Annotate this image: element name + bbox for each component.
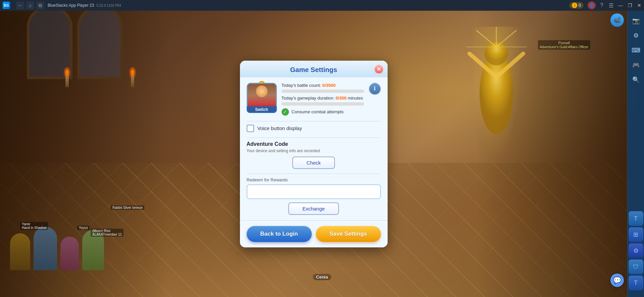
sidebar-gamepad[interactable]: 🎮 xyxy=(629,58,643,72)
sidebar-panel-4[interactable]: 🛡 xyxy=(629,259,643,274)
gameplay-duration-value: 0/300 xyxy=(336,96,347,101)
app-title: BlueStacks App Player 23 5.22.0.1102 P64 xyxy=(48,3,569,8)
sidebar-search[interactable]: 🔍 xyxy=(629,73,643,86)
app-logo: BS xyxy=(3,2,10,9)
consume-row: ✓ Consume combat attempts xyxy=(282,108,364,116)
consume-label: Consume combat attempts xyxy=(292,109,344,114)
battle-count-stat: Today's battle count: 0/3500 xyxy=(282,83,364,88)
right-sidebar: 📷 ⚙ ⌨ 🎮 🔍 T ⊞ ⚙ 🛡 T xyxy=(627,11,644,297)
redeem-input[interactable] xyxy=(247,184,381,199)
history-button[interactable]: ⧉ xyxy=(36,1,44,9)
restore-button[interactable]: ❐ xyxy=(625,2,635,9)
sidebar-panel-3[interactable]: ⚙ xyxy=(629,243,643,258)
sidebar-panel-5[interactable]: T xyxy=(629,276,643,290)
save-settings-button[interactable]: Save Settings xyxy=(316,226,381,242)
battle-count-value: 0/3500 xyxy=(322,83,336,88)
close-modal-button[interactable]: ✕ xyxy=(374,65,384,74)
divider-3 xyxy=(247,174,381,174)
info-button[interactable]: i xyxy=(369,83,381,95)
menu-button[interactable]: ☰ xyxy=(607,1,615,9)
back-button[interactable]: ← xyxy=(16,1,24,9)
titlebar-navigation: ← ⌂ ⧉ xyxy=(16,1,44,9)
modal-overlay: Game Settings ✕ 😊 Switch Today's battle … xyxy=(0,11,627,297)
avatar-container: 😊 Switch xyxy=(247,83,277,113)
battle-count-progress xyxy=(282,90,364,93)
home-button[interactable]: ⌂ xyxy=(26,1,34,9)
help-button[interactable]: ? xyxy=(598,1,606,9)
minimize-button[interactable]: — xyxy=(616,2,625,9)
modal-body: 😊 Switch Today's battle count: 0/3500 xyxy=(240,77,388,220)
adventure-code-desc: Your device and setting info are recorde… xyxy=(247,148,381,153)
profile-icon[interactable]: 👤 xyxy=(588,1,596,9)
gameplay-duration-progress xyxy=(282,102,364,106)
sidebar-settings[interactable]: ⚙ xyxy=(629,29,643,42)
sidebar-panel-2[interactable]: ⊞ xyxy=(629,227,643,242)
divider-1 xyxy=(247,121,381,121)
voice-label: Voice button display xyxy=(257,125,302,131)
avatar-label: Switch xyxy=(247,106,277,113)
gameplay-duration-stat: Today's gameplay duration: 0/300 minutes xyxy=(282,96,364,101)
battle-info: Today's battle count: 0/3500 Today's gam… xyxy=(282,83,364,116)
adventure-code-title: Adventure Code xyxy=(247,141,381,147)
modal-title: Game Settings xyxy=(247,66,381,74)
redeem-label: Redeem for Rewards xyxy=(247,177,381,182)
voice-section: Voice button display xyxy=(247,125,381,132)
coin-icon: $ xyxy=(572,3,577,8)
profile-section: 😊 Switch Today's battle count: 0/3500 xyxy=(247,83,381,116)
app-version: 5.22.0.1102 P64 xyxy=(96,4,121,7)
game-settings-modal: Game Settings ✕ 😊 Switch Today's battle … xyxy=(240,61,388,247)
check-button[interactable]: Check xyxy=(292,157,335,169)
exchange-button[interactable]: Exchange xyxy=(288,202,339,215)
checkmark-icon: ✓ xyxy=(282,108,289,116)
modal-header: Game Settings ✕ xyxy=(240,61,388,77)
sidebar-keyboard[interactable]: ⌨ xyxy=(629,44,643,57)
back-to-login-button[interactable]: Back to Login xyxy=(247,226,312,242)
coin-count: 0 xyxy=(579,3,581,8)
titlebar: BS ← ⌂ ⧉ BlueStacks App Player 23 5.22.0… xyxy=(0,0,644,11)
sidebar-panel-1[interactable]: T xyxy=(629,211,643,226)
close-button[interactable]: ✕ xyxy=(635,2,644,9)
adventure-section: Adventure Code Your device and setting i… xyxy=(247,141,381,169)
divider-2 xyxy=(247,137,381,138)
modal-footer: Back to Login Save Settings xyxy=(240,220,388,247)
voice-checkbox[interactable] xyxy=(247,125,254,132)
sidebar-screenshot[interactable]: 📷 xyxy=(629,14,643,27)
coin-display: $ 0 xyxy=(569,2,584,9)
redeem-section: Redeem for Rewards Exchange xyxy=(247,177,381,215)
